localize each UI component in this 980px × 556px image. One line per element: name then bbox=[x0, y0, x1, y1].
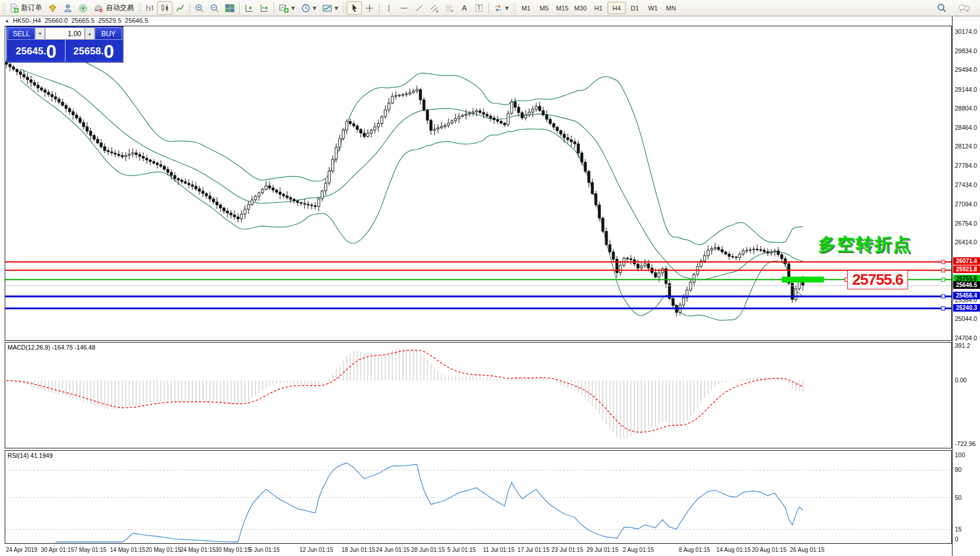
chat-button[interactable] bbox=[955, 1, 973, 15]
timeframe-button-h1[interactable]: H1 bbox=[589, 2, 608, 14]
channel-icon: E bbox=[430, 4, 439, 13]
volume-increase-button[interactable]: ▲ bbox=[85, 27, 95, 40]
bar-chart-button[interactable] bbox=[142, 1, 157, 15]
price-tick-label: 25044.0 bbox=[955, 315, 977, 322]
vertical-line-button[interactable] bbox=[381, 1, 396, 15]
text-button[interactable]: A bbox=[457, 1, 472, 15]
price-tick-label: 27094.0 bbox=[955, 201, 977, 208]
timeframe-button-h4[interactable]: H4 bbox=[608, 2, 626, 14]
price-callout-box[interactable]: 25755.6 bbox=[847, 270, 908, 289]
time-axis-label: 2 Aug 01:15 bbox=[623, 547, 654, 553]
time-axis-label: 5 Jun 01:15 bbox=[249, 547, 279, 553]
toolbar-separator bbox=[488, 2, 489, 14]
toolbar-separator bbox=[189, 2, 190, 14]
rsi-chart[interactable] bbox=[5, 451, 951, 543]
price-tick-label: 29834.0 bbox=[955, 47, 977, 54]
chart-annotation-text[interactable]: 多空转折点 bbox=[818, 233, 912, 257]
crosshair-button[interactable] bbox=[362, 1, 377, 15]
template-icon bbox=[322, 4, 332, 13]
auto-trading-button[interactable]: 自动交易 bbox=[91, 1, 137, 15]
buy-price-decimal: 0 bbox=[103, 43, 114, 60]
macd-chart[interactable] bbox=[5, 343, 951, 448]
templates-button[interactable]: ▾ bbox=[319, 1, 341, 15]
price-axis[interactable]: 30174.029834.029494.029144.028804.028464… bbox=[952, 16, 980, 556]
periods-button[interactable]: ▾ bbox=[298, 1, 320, 15]
rsi-pane[interactable]: RSI(14) 41.1949 bbox=[5, 450, 952, 544]
zoom-in-icon bbox=[195, 4, 204, 13]
rsi-scale-label: 80 bbox=[955, 466, 962, 473]
cursor-icon bbox=[350, 4, 359, 13]
price-callout-value: 25755.6 bbox=[853, 271, 903, 289]
price-tick-label: 27784.0 bbox=[955, 162, 977, 169]
time-axis-label: 11 Jul 01:15 bbox=[483, 547, 515, 553]
buy-price-main: 25658 bbox=[73, 43, 101, 60]
price-tick-label: 24704.0 bbox=[955, 334, 977, 341]
add-indicator-icon bbox=[279, 4, 289, 13]
dropdown-caret-icon: ▾ bbox=[334, 4, 339, 12]
price-level-badge: 25456.4 bbox=[953, 292, 980, 299]
search-button[interactable] bbox=[934, 1, 950, 15]
time-axis-label: 24 May 01:15 bbox=[180, 547, 216, 553]
auto-trading-label: 自动交易 bbox=[106, 3, 134, 13]
time-axis-label: 18 Jun 01:15 bbox=[341, 547, 375, 553]
collapse-chart-icon[interactable]: ▲ bbox=[5, 18, 9, 23]
timeframe-button-d1[interactable]: D1 bbox=[626, 2, 644, 14]
dropdown-caret-icon: ▾ bbox=[505, 4, 509, 12]
sell-button[interactable]: SELL bbox=[8, 27, 35, 40]
price-level-badge: 26071.4 bbox=[953, 257, 980, 265]
timeframe-button-mn[interactable]: MN bbox=[662, 2, 680, 14]
timeframe-button-w1[interactable]: W1 bbox=[644, 2, 662, 14]
timeframe-button-m5[interactable]: M5 bbox=[535, 2, 553, 14]
community-button[interactable] bbox=[60, 1, 75, 15]
timeframe-button-m30[interactable]: M30 bbox=[571, 2, 589, 14]
buy-price-display[interactable]: 25658.0 bbox=[65, 40, 123, 61]
chart-shift-button[interactable] bbox=[241, 1, 257, 15]
volume-input[interactable] bbox=[45, 27, 85, 40]
timeframe-button-m15[interactable]: M15 bbox=[553, 2, 571, 14]
trendline-button[interactable] bbox=[412, 1, 427, 15]
timeframe-button-m1[interactable]: M1 bbox=[517, 2, 535, 14]
candlestick-chart[interactable] bbox=[5, 26, 951, 340]
time-axis-label: 20 May 01:15 bbox=[146, 547, 181, 553]
rsi-scale-label: 15 bbox=[955, 526, 962, 533]
signals-button[interactable] bbox=[75, 1, 91, 15]
text-label-button[interactable]: T bbox=[472, 1, 486, 15]
time-axis[interactable]: 24 Apr 201930 Apr 01:157 May 01:1514 May… bbox=[5, 544, 952, 556]
symbol-period-label: HK50-,H4 bbox=[13, 17, 41, 24]
toolbar-separator bbox=[379, 2, 379, 14]
cursor-button[interactable] bbox=[347, 1, 362, 15]
chart-title: ▲ HK50-,H4 25660.0 25665.5 25529.5 25646… bbox=[5, 17, 148, 24]
price-chart-pane[interactable] bbox=[5, 26, 952, 341]
line-chart-button[interactable] bbox=[172, 1, 188, 15]
price-tick-label: 26414.0 bbox=[955, 239, 977, 246]
zoom-in-button[interactable] bbox=[192, 1, 207, 15]
arrange-objects-button[interactable]: ▾ bbox=[491, 1, 512, 15]
tile-windows-button[interactable] bbox=[222, 1, 237, 15]
time-axis-label: 23 Jul 01:15 bbox=[551, 547, 584, 553]
toolbar-separator bbox=[274, 2, 274, 14]
candlestick-chart-icon bbox=[160, 4, 170, 13]
macd-label: MACD(12,26,9) -164.75 -146.48 bbox=[8, 344, 95, 351]
macd-scale-label: 0.00 bbox=[955, 377, 967, 384]
market-button[interactable] bbox=[45, 1, 60, 15]
macd-pane[interactable]: MACD(12,26,9) -164.75 -146.48 bbox=[5, 342, 952, 448]
auto-scroll-button[interactable] bbox=[257, 1, 272, 15]
rsi-label: RSI(14) 41.1949 bbox=[8, 452, 53, 459]
svg-text:E: E bbox=[436, 9, 439, 12]
open-value: 25660.0 bbox=[44, 17, 68, 24]
buy-button[interactable]: BUY bbox=[95, 27, 122, 40]
auto-scroll-icon bbox=[260, 4, 269, 13]
zoom-out-button[interactable] bbox=[207, 1, 222, 15]
toolbar-grip bbox=[513, 2, 516, 14]
arrange-icon bbox=[494, 4, 503, 13]
fibonacci-button[interactable]: F bbox=[442, 1, 457, 15]
add-indicator-button[interactable]: ▾ bbox=[276, 1, 298, 15]
volume-decrease-button[interactable]: ▼ bbox=[35, 27, 45, 40]
dropdown-caret-icon: ▾ bbox=[291, 4, 295, 12]
equidistant-channel-button[interactable]: E bbox=[427, 1, 442, 15]
candlestick-chart-button[interactable] bbox=[157, 1, 172, 15]
macd-scale-label: 391.2 bbox=[955, 342, 970, 349]
sell-price-display[interactable]: 25645.0 bbox=[8, 40, 65, 61]
new-order-button[interactable]: 新订单 bbox=[6, 1, 45, 15]
horizontal-line-button[interactable] bbox=[396, 1, 412, 15]
